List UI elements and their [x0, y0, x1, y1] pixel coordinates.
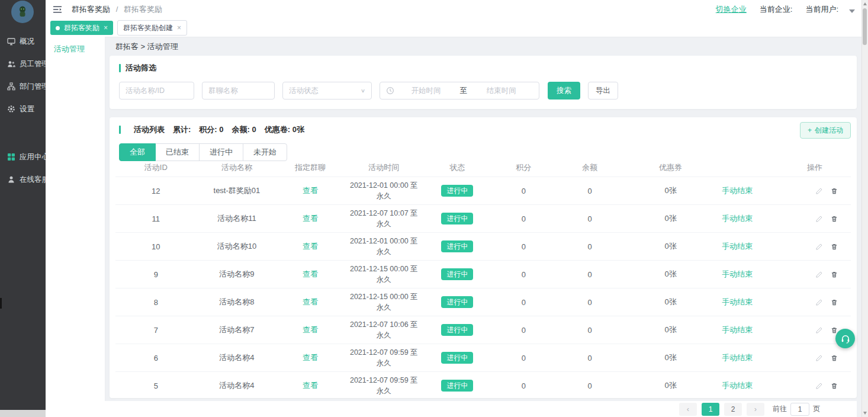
edit-icon[interactable]	[815, 187, 823, 195]
status-tab-ended[interactable]: 已结束	[155, 143, 200, 161]
breadcrumb-separator: /	[116, 5, 118, 14]
sidebar-item-label: 员工管理	[20, 59, 49, 69]
table-row: 7 活动名称7 查看 2021-12-07 10:06 至永久 进行中 0 0 …	[115, 316, 851, 344]
delete-icon[interactable]	[831, 187, 838, 195]
sidebar-item-overview[interactable]: 概况	[0, 34, 46, 49]
cell-balance: 0	[557, 354, 623, 363]
sidebar-item-online-service[interactable]: 在线客服	[0, 172, 46, 187]
submenu-item-activity-management[interactable]: 活动管理	[46, 37, 105, 54]
sidebar-item-employees[interactable]: 员工管理	[0, 57, 46, 71]
filter-row: 活动状态 ∨ 开始时间 至 结束时间 搜索 导出	[119, 82, 618, 100]
edit-icon[interactable]	[815, 326, 823, 334]
goto-page-input[interactable]	[790, 403, 809, 416]
prev-page-button[interactable]: ‹	[679, 403, 697, 416]
cell-id: 8	[115, 298, 197, 307]
status-badge: 进行中	[441, 380, 473, 392]
time-start: 2021-12-01 00:00 至	[343, 180, 425, 191]
cell-id: 7	[115, 326, 197, 335]
sidebar-item-app-center[interactable]: 应用中心	[0, 150, 46, 164]
employees-icon	[7, 60, 15, 68]
scroll-up-icon[interactable]	[863, 2, 867, 5]
manual-end-link[interactable]: 手动结束	[722, 352, 753, 363]
next-page-button[interactable]: ›	[747, 403, 764, 416]
cell-coupon: 0张	[623, 213, 718, 224]
coupon-label: 优惠卷:	[265, 125, 290, 134]
user-menu-caret-icon[interactable]	[849, 9, 855, 13]
delete-icon[interactable]	[831, 382, 838, 390]
logo-avatar[interactable]	[11, 1, 34, 23]
cell-time: 2021-12-15 00:00 至永久	[343, 291, 425, 313]
status-tab-running[interactable]: 进行中	[199, 143, 243, 161]
delete-icon[interactable]	[831, 354, 838, 362]
sidebar-bottom-gap	[0, 410, 46, 417]
balance-label: 余额:	[232, 125, 250, 134]
search-button[interactable]: 搜索	[548, 82, 580, 100]
summary-coupon: 优惠卷: 0张	[265, 124, 304, 135]
manual-end-link[interactable]: 手动结束	[722, 325, 753, 335]
manual-end-link[interactable]: 手动结束	[722, 297, 753, 307]
view-link[interactable]: 查看	[303, 214, 318, 223]
tab-group-reward[interactable]: 群拓客奖励 ×	[50, 21, 113, 35]
close-icon[interactable]: ×	[104, 24, 108, 31]
filter-section-title: 活动筛选	[126, 63, 156, 73]
table-row: 12 test-群奖励01 查看 2021-12-01 00:00 至永久 进行…	[115, 177, 851, 204]
collapse-menu-icon[interactable]	[53, 5, 62, 14]
time-start: 2021-12-07 09:59 至	[343, 347, 425, 358]
manual-end-link[interactable]: 手动结束	[722, 269, 753, 280]
manual-end-link[interactable]: 手动结束	[722, 185, 753, 196]
scroll-down-icon[interactable]	[863, 412, 867, 415]
cell-name: 活动名称7	[197, 325, 278, 335]
col-operations: 操作	[718, 162, 851, 173]
sidebar-item-departments[interactable]: 部门管理	[0, 79, 46, 94]
switch-company-link[interactable]: 切换企业	[716, 4, 747, 15]
delete-icon[interactable]	[831, 271, 838, 278]
view-link[interactable]: 查看	[303, 325, 318, 334]
date-range-picker[interactable]: 开始时间 至 结束时间	[380, 82, 539, 100]
edit-icon[interactable]	[815, 215, 823, 223]
delete-icon[interactable]	[831, 299, 838, 306]
table-row: 6 活动名称4 查看 2021-12-07 09:59 至永久 进行中 0 0 …	[115, 344, 851, 371]
sidebar-item-settings[interactable]: 设置	[0, 102, 46, 116]
view-link[interactable]: 查看	[303, 186, 318, 195]
view-link[interactable]: 查看	[303, 381, 318, 390]
create-activity-button[interactable]: + 创建活动	[800, 122, 851, 139]
manual-end-link[interactable]: 手动结束	[722, 380, 753, 391]
edit-icon[interactable]	[815, 299, 823, 306]
plus-icon: +	[808, 126, 812, 134]
manual-end-link[interactable]: 手动结束	[722, 241, 753, 252]
tab-group-reward-create[interactable]: 群拓客奖励创建 ×	[117, 20, 187, 36]
export-button[interactable]: 导出	[588, 82, 618, 100]
scrollbar-thumb[interactable]	[863, 8, 867, 45]
delete-icon[interactable]	[831, 215, 838, 223]
edit-icon[interactable]	[815, 354, 823, 362]
edit-icon[interactable]	[815, 271, 823, 278]
status-badge: 进行中	[441, 324, 473, 336]
time-start: 2021-12-07 09:59 至	[343, 375, 425, 386]
view-link[interactable]: 查看	[303, 353, 318, 362]
group-chat-name-input[interactable]	[202, 82, 275, 100]
page-button-1[interactable]: 1	[702, 403, 719, 416]
view-link[interactable]: 查看	[303, 297, 318, 306]
page-button-2[interactable]: 2	[724, 403, 742, 416]
page-scrollbar[interactable]	[861, 0, 868, 417]
status-tab-all[interactable]: 全部	[119, 143, 156, 161]
status-badge: 进行中	[441, 240, 473, 252]
cell-balance: 0	[557, 214, 623, 223]
cell-name: 活动名称11	[197, 213, 278, 224]
dashboard-icon	[7, 37, 15, 46]
time-end: 永久	[343, 274, 425, 285]
customer-service-float-button[interactable]	[835, 329, 855, 348]
filter-card: 活动筛选 活动状态 ∨ 开始时间 至 结束时间 搜索 导出	[110, 56, 857, 109]
cell-name: 活动名称10	[197, 241, 278, 252]
delete-icon[interactable]	[831, 243, 838, 251]
status-tab-not-started[interactable]: 未开始	[243, 143, 287, 161]
activity-name-id-input[interactable]	[119, 82, 194, 100]
close-icon[interactable]: ×	[177, 24, 181, 31]
view-link[interactable]: 查看	[303, 270, 318, 278]
edit-icon[interactable]	[815, 382, 823, 390]
time-end: 永久	[343, 386, 425, 396]
view-link[interactable]: 查看	[303, 242, 318, 251]
edit-icon[interactable]	[815, 243, 823, 251]
manual-end-link[interactable]: 手动结束	[722, 213, 753, 224]
activity-status-select[interactable]: 活动状态 ∨	[282, 82, 372, 100]
